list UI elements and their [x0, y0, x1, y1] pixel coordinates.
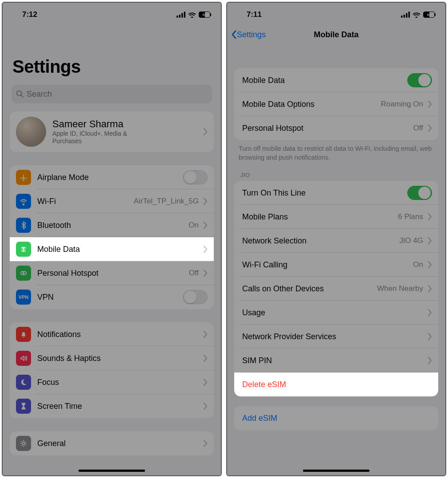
mobile-data-toggle-group: Mobile Data Mobile Data Options Roaming …	[234, 68, 438, 140]
airplane-mode-row[interactable]: Airplane Mode	[10, 165, 214, 189]
search-input[interactable]: Search	[12, 85, 212, 103]
screen-time-icon	[16, 399, 31, 414]
status-indicators: 54	[177, 12, 210, 18]
row-label: Airplane Mode	[37, 173, 183, 182]
svg-point-4	[17, 91, 22, 96]
row-label: Personal Hotspot	[242, 124, 410, 133]
vpn-row[interactable]: VPN VPN	[10, 285, 214, 309]
profile-card[interactable]: Sameer Sharma Apple ID, iCloud+, Media &…	[10, 111, 214, 152]
row-label: Delete eSIM	[242, 380, 432, 389]
battery-icon: 54	[199, 12, 210, 18]
hotspot-row[interactable]: Personal Hotspot Off	[234, 116, 438, 140]
chevron-right-icon	[203, 269, 208, 277]
sounds-row[interactable]: Sounds & Haptics	[10, 346, 214, 370]
connectivity-group: Airplane Mode Wi-Fi AirTel_TP_Link_5G Bl…	[10, 165, 214, 309]
row-label: Screen Time	[37, 402, 199, 411]
profile-subtitle: Apple ID, iCloud+, Media & Purchases	[52, 130, 145, 145]
row-label: Focus	[37, 378, 199, 387]
provider-services-row[interactable]: Network Provider Services	[234, 325, 438, 349]
bluetooth-icon	[16, 218, 31, 233]
row-label: Notifications	[37, 330, 199, 339]
mobile-data-options-row[interactable]: Mobile Data Options Roaming On	[234, 92, 438, 116]
row-detail: Off	[189, 269, 199, 278]
avatar	[16, 117, 46, 147]
home-indicator[interactable]	[79, 470, 145, 472]
attention-group: Notifications Sounds & Haptics Focus Scr…	[10, 322, 214, 418]
row-detail: Off	[413, 124, 423, 133]
back-label: Settings	[237, 30, 266, 39]
calls-other-devices-row[interactable]: Calls on Other Devices When Nearby	[234, 277, 438, 301]
status-time: 7:11	[247, 10, 262, 19]
chevron-right-icon	[203, 402, 208, 410]
chevron-right-icon	[428, 333, 432, 341]
svg-point-7	[22, 442, 25, 445]
chevron-right-icon	[428, 100, 432, 108]
line-settings-group: Turn On This Line Mobile Plans 6 Plans N…	[234, 181, 438, 396]
home-indicator[interactable]	[303, 470, 369, 472]
hotspot-row[interactable]: Personal Hotspot Off	[10, 261, 214, 285]
turn-on-line-row[interactable]: Turn On This Line	[234, 181, 438, 205]
wifi-row[interactable]: Wi-Fi AirTel_TP_Link_5G	[10, 189, 214, 213]
row-label: Usage	[242, 308, 423, 317]
usage-row[interactable]: Usage	[234, 301, 438, 325]
footer-note: Turn off mobile data to restrict all dat…	[227, 140, 445, 164]
status-time: 7:12	[22, 10, 37, 19]
chevron-right-icon	[203, 128, 208, 136]
row-label: VPN	[37, 293, 183, 302]
mobile-plans-row[interactable]: Mobile Plans 6 Plans	[234, 205, 438, 229]
row-detail: On	[413, 260, 423, 269]
mobile-data-toggle-row[interactable]: Mobile Data	[234, 68, 438, 92]
row-label: General	[37, 439, 199, 448]
chevron-right-icon	[203, 197, 208, 205]
network-selection-row[interactable]: Network Selection JIO 4G	[234, 229, 438, 253]
mobile-data-toggle[interactable]	[407, 73, 432, 87]
delete-esim-row[interactable]: Delete eSIM	[234, 372, 438, 396]
airplane-toggle[interactable]	[183, 170, 208, 184]
bluetooth-row[interactable]: Bluetooth On	[10, 213, 214, 237]
screen-time-row[interactable]: Screen Time	[10, 394, 214, 418]
row-label: Wi-Fi Calling	[242, 260, 409, 270]
chevron-right-icon	[203, 221, 208, 229]
notifications-icon	[16, 327, 31, 342]
status-bar: 7:11 54	[227, 3, 445, 25]
mobile-data-screen: 7:11 54 Settings Mobile Data Mobile Data…	[226, 2, 446, 476]
back-button[interactable]: Settings	[231, 30, 266, 39]
status-bar: 7:12 54	[3, 3, 221, 25]
chevron-right-icon	[428, 237, 432, 245]
nav-bar: Settings Mobile Data	[227, 25, 445, 45]
general-row[interactable]: General	[10, 431, 214, 455]
battery-icon: 54	[423, 12, 435, 18]
profile-name: Sameer Sharma	[52, 118, 199, 130]
chevron-right-icon	[428, 309, 432, 317]
mobile-data-row[interactable]: Mobile Data	[10, 237, 214, 261]
chevron-right-icon	[428, 124, 432, 132]
chevron-left-icon	[231, 30, 237, 39]
chevron-right-icon	[428, 285, 432, 293]
chevron-right-icon	[428, 213, 432, 221]
sim-pin-row[interactable]: SIM PIN	[234, 349, 438, 372]
cellular-icon	[177, 12, 185, 18]
chevron-right-icon	[203, 378, 208, 386]
row-label: Turn On This Line	[242, 188, 407, 198]
chevron-right-icon	[428, 261, 432, 269]
row-detail: AirTel_TP_Link_5G	[134, 197, 199, 206]
cellular-icon	[401, 12, 410, 18]
gear-icon	[16, 436, 31, 451]
airplane-icon	[16, 170, 31, 185]
add-esim-row[interactable]: Add eSIM	[234, 406, 438, 430]
row-label: Network Provider Services	[242, 332, 423, 341]
wifi-icon	[16, 194, 31, 209]
chevron-right-icon	[203, 354, 208, 362]
chevron-right-icon	[203, 245, 208, 253]
row-label: Mobile Data	[37, 245, 199, 254]
line-toggle[interactable]	[407, 186, 432, 200]
focus-icon	[16, 375, 31, 390]
row-label: Network Selection	[242, 236, 396, 246]
row-label: Mobile Data	[242, 76, 407, 85]
focus-row[interactable]: Focus	[10, 370, 214, 394]
chevron-right-icon	[428, 357, 432, 364]
wifi-calling-row[interactable]: Wi-Fi Calling On	[234, 253, 438, 277]
notifications-row[interactable]: Notifications	[10, 322, 214, 346]
hotspot-icon	[16, 266, 31, 281]
vpn-toggle[interactable]	[183, 290, 208, 304]
